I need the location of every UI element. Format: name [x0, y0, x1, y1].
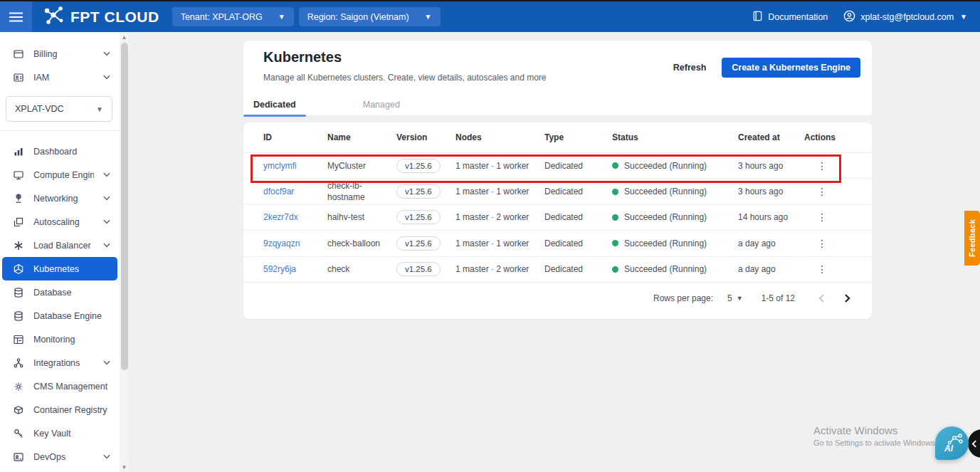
table-row: 2kezr7dx haihv-test v1.25.6 1 master · 2…: [243, 205, 872, 231]
devops-icon: [13, 451, 24, 463]
tab-managed[interactable]: Managed: [353, 94, 410, 115]
load-balancer-icon: [13, 240, 24, 251]
sidebar-item-integrations[interactable]: Integrations: [2, 351, 117, 374]
cluster-status: Succeeded (Running): [612, 187, 738, 196]
tab-dedicated[interactable]: Dedicated: [243, 94, 306, 115]
menu-icon[interactable]: [0, 1, 32, 32]
user-icon: [843, 10, 855, 24]
documentation-label: Documentation: [768, 12, 828, 22]
sidebar-item-dashboard[interactable]: Dashboard: [2, 140, 117, 163]
row-actions-kebab-icon[interactable]: ⋮: [804, 186, 821, 197]
sidebar-item-networking[interactable]: Networking: [2, 187, 117, 210]
region-select[interactable]: Region: Saigon (Vietnam) ▼: [299, 7, 441, 26]
cluster-created-at: a day ago: [738, 238, 804, 248]
sidebar-item-devops[interactable]: DevOps: [2, 445, 117, 468]
ai-assistant-button[interactable]: AI: [935, 426, 969, 460]
database-engine-icon: [13, 310, 24, 322]
row-actions-kebab-icon[interactable]: ⋮: [804, 263, 821, 275]
cluster-nodes: 1 master · 2 worker: [455, 212, 544, 222]
sidebar-item-load-balancer[interactable]: Load Balancer: [2, 234, 117, 257]
user-menu[interactable]: xplat-stg@fptcloud.com ▼: [843, 10, 967, 24]
chevron-down-icon: [103, 51, 110, 56]
chevron-down-icon: ▼: [96, 105, 103, 113]
billing-icon: [13, 48, 24, 60]
status-dot-icon: [612, 266, 618, 273]
cluster-id-link[interactable]: 592ry6ja: [263, 264, 327, 274]
scroll-down-icon[interactable]: ▼: [120, 462, 129, 472]
sidebar-item-iam[interactable]: IAM: [2, 65, 117, 89]
sidebar-item-database[interactable]: Database: [2, 280, 117, 304]
container-registry-icon: [13, 404, 24, 416]
column-header-name: Name: [327, 132, 396, 142]
cluster-nodes: 1 master · 1 worker: [455, 238, 544, 248]
rows-per-page-select[interactable]: Rows per page: 5 ▼: [653, 293, 743, 303]
chevron-down-icon: ▼: [960, 13, 967, 21]
sidebar-item-autoscaling[interactable]: Autoscaling: [2, 210, 117, 234]
pagination-range: 1-5 of 12: [762, 293, 795, 303]
sidebar-item-container-registry[interactable]: Container Registry: [2, 398, 117, 421]
compute-engine-icon: [13, 169, 24, 181]
main-content: Kubernetes Manage all Kubernetes cluster…: [129, 32, 980, 472]
version-chip: v1.25.6: [396, 210, 441, 224]
activate-windows-line2: Go to Settings to activate Windows: [813, 439, 935, 447]
chevron-down-icon: [103, 360, 110, 365]
sidebar-scrollbar[interactable]: ▲ ▼: [120, 32, 129, 472]
region-select-value: Region: Saigon (Vietnam): [307, 12, 409, 22]
chevron-down-icon: [103, 75, 110, 80]
page-header-panel: Kubernetes Manage all Kubernetes cluster…: [243, 41, 872, 116]
sidebar-item-compute-engine[interactable]: Compute Engine: [2, 163, 117, 187]
rows-per-page-value: 5: [727, 293, 732, 303]
row-actions-kebab-icon[interactable]: ⋮: [804, 211, 821, 223]
scrollbar-thumb[interactable]: [121, 43, 128, 370]
ai-fab-label: AI: [944, 444, 954, 453]
cluster-name: check-balloon: [327, 238, 396, 249]
sidebar-item-monitoring[interactable]: Monitoring: [2, 327, 117, 351]
feedback-tab[interactable]: Feedback: [964, 211, 980, 266]
chevron-down-icon: [103, 454, 110, 459]
vdc-select-value: XPLAT-VDC: [15, 104, 64, 114]
cluster-created-at: a day ago: [738, 264, 804, 274]
tenant-select[interactable]: Tenant: XPLAT-ORG ▼: [172, 7, 294, 26]
cluster-type: Dedicated: [544, 238, 612, 248]
sidebar-item-cms-management[interactable]: CMS Management: [2, 374, 117, 398]
sidebar-item-billing[interactable]: Billing: [2, 42, 117, 65]
cluster-id-link[interactable]: 2kezr7dx: [263, 212, 327, 222]
refresh-button[interactable]: Refresh: [673, 63, 707, 73]
version-chip: v1.25.6: [396, 184, 441, 199]
topbar: FPT CLOUD Tenant: XPLAT-ORG ▼ Region: Sa…: [0, 0, 980, 32]
cluster-name: haihv-test: [327, 211, 396, 223]
row-actions-kebab-icon[interactable]: ⋮: [804, 238, 821, 249]
cluster-id-link[interactable]: dfocf9ar: [263, 187, 327, 196]
tab-bar: DedicatedManaged: [243, 94, 872, 116]
column-header-status: Status: [612, 132, 738, 142]
cluster-nodes: 1 master · 1 worker: [455, 161, 544, 171]
column-header-nodes: Nodes: [455, 132, 544, 142]
scroll-up-icon[interactable]: ▲: [120, 32, 129, 42]
documentation-link[interactable]: Documentation: [752, 11, 828, 23]
cluster-status: Succeeded (Running): [612, 264, 738, 274]
cluster-name: MyCluster: [327, 160, 396, 172]
table-row: ymclymfi MyCluster v1.25.6 1 master · 1 …: [243, 153, 872, 179]
cluster-created-at: 3 hours ago: [738, 161, 804, 171]
sidebar-item-database-engine[interactable]: Database Engine: [2, 304, 117, 327]
cluster-type: Dedicated: [544, 161, 612, 171]
vdc-select[interactable]: XPLAT-VDC ▼: [6, 96, 112, 122]
kubernetes-icon: [13, 263, 24, 275]
row-actions-kebab-icon[interactable]: ⋮: [804, 160, 821, 172]
previous-page-icon[interactable]: [813, 290, 829, 306]
user-email: xplat-stg@fptcloud.com: [860, 12, 954, 22]
brand-logo[interactable]: FPT CLOUD: [32, 6, 172, 28]
cluster-id-link[interactable]: ymclymfi: [263, 161, 327, 171]
cluster-type: Dedicated: [544, 187, 612, 196]
sidebar-item-key-vault[interactable]: Key Vault: [2, 421, 117, 445]
cluster-id-link[interactable]: 9zqyaqzn: [263, 238, 327, 248]
next-page-icon[interactable]: [839, 290, 855, 306]
version-chip: v1.25.6: [396, 159, 441, 173]
cluster-created-at: 14 hours ago: [738, 212, 804, 222]
clusters-table-card: IDNameVersionNodesTypeStatusCreated atAc…: [243, 122, 872, 319]
chevron-down-icon: [103, 172, 110, 177]
networking-icon: [13, 193, 24, 204]
sidebar-item-kubernetes[interactable]: Kubernetes: [2, 257, 117, 280]
table-header-row: IDNameVersionNodesTypeStatusCreated atAc…: [243, 122, 872, 153]
create-kubernetes-engine-button[interactable]: Create a Kubernetes Engine: [722, 58, 860, 78]
